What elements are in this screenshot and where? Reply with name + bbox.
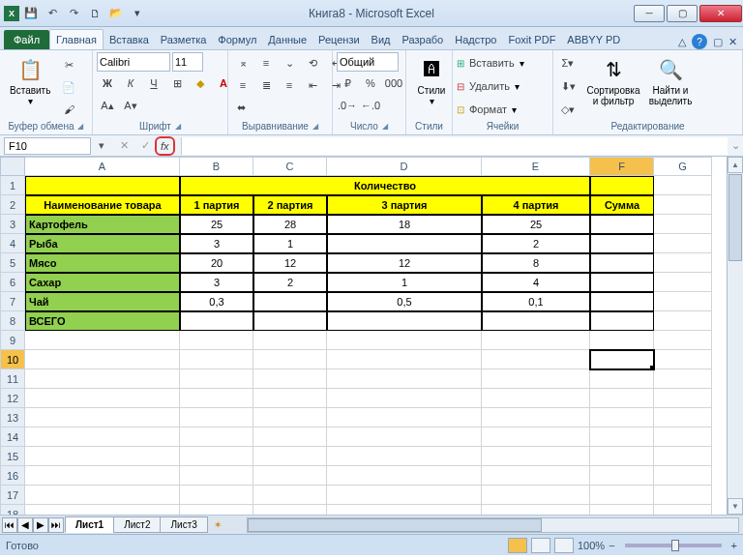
tab-insert[interactable]: Вставка	[104, 30, 155, 49]
alignment-dialog-launcher[interactable]: ◢	[312, 122, 318, 131]
cell[interactable]	[590, 427, 654, 447]
cell[interactable]	[482, 369, 590, 389]
header-quantity[interactable]: Количество	[180, 176, 590, 195]
fill-button[interactable]: ⬇▾	[557, 75, 579, 97]
cell[interactable]	[590, 369, 654, 389]
product-name[interactable]: Чай	[25, 292, 180, 311]
cell-G1[interactable]	[654, 176, 712, 195]
cell[interactable]	[590, 466, 654, 486]
column-header-C[interactable]: C	[253, 157, 327, 176]
normal-view-button[interactable]	[508, 538, 527, 553]
cell[interactable]	[654, 427, 712, 447]
cell[interactable]	[590, 486, 654, 505]
cell[interactable]	[180, 447, 253, 466]
cell-value[interactable]: 12	[253, 253, 327, 273]
cell-value[interactable]: 1	[327, 273, 482, 292]
row-header-10[interactable]: 10	[0, 350, 25, 369]
maximize-button[interactable]: ▢	[667, 5, 698, 22]
active-cell[interactable]	[590, 350, 654, 369]
cell[interactable]	[25, 505, 180, 515]
expand-formula-bar-button[interactable]: ⌄	[728, 139, 743, 152]
cell[interactable]	[25, 427, 180, 447]
cell[interactable]	[482, 447, 590, 466]
cell[interactable]	[25, 447, 180, 466]
zoom-thumb[interactable]	[671, 540, 679, 551]
cell[interactable]	[180, 369, 253, 389]
qat-undo-button[interactable]: ↶	[43, 4, 62, 23]
clipboard-dialog-launcher[interactable]: ◢	[77, 122, 83, 131]
cell[interactable]	[180, 427, 253, 447]
page-break-view-button[interactable]	[554, 538, 574, 553]
copy-button[interactable]: 📄	[58, 76, 79, 98]
italic-button[interactable]: К	[120, 73, 141, 94]
tab-file[interactable]: Файл	[4, 30, 49, 49]
cell-value[interactable]: 0,5	[327, 292, 482, 311]
select-all-corner[interactable]	[0, 157, 25, 176]
cell[interactable]	[25, 331, 180, 350]
cell-G2[interactable]	[654, 195, 712, 215]
comma-button[interactable]: 000	[383, 73, 404, 94]
cell-value[interactable]: 2	[482, 234, 590, 253]
cell[interactable]	[25, 350, 180, 369]
product-name[interactable]: Рыба	[25, 234, 180, 253]
delete-cells-button[interactable]: Удалить	[466, 75, 513, 97]
row-header-13[interactable]: 13	[0, 408, 25, 427]
align-top-button[interactable]: ⌅	[232, 52, 253, 74]
cell-total[interactable]	[482, 311, 590, 331]
cell[interactable]	[482, 350, 590, 369]
cell-value[interactable]	[253, 292, 327, 311]
format-cells-button[interactable]: Формат	[466, 99, 510, 120]
zoom-out-button[interactable]: −	[609, 540, 614, 551]
tab-developer[interactable]: Разрабо	[397, 30, 450, 49]
cell[interactable]	[590, 331, 654, 350]
row-header-3[interactable]: 3	[0, 215, 25, 234]
cell[interactable]	[590, 389, 654, 408]
cell[interactable]	[654, 311, 712, 331]
bold-button[interactable]: Ж	[97, 73, 118, 94]
cell-value[interactable]: 0,1	[482, 292, 590, 311]
cell-value[interactable]: 28	[253, 215, 327, 234]
cell[interactable]	[327, 447, 482, 466]
cell[interactable]	[327, 486, 482, 505]
cell[interactable]	[482, 486, 590, 505]
row-header-2[interactable]: 2	[0, 195, 25, 215]
sheet-tab-2[interactable]: Лист2	[113, 516, 161, 533]
currency-button[interactable]: ₽	[337, 73, 358, 94]
sheet-tab-1[interactable]: Лист1	[65, 516, 114, 533]
cell-value[interactable]: 3	[180, 234, 253, 253]
column-header-G[interactable]: G	[654, 157, 712, 176]
align-center-button[interactable]: ≣	[255, 74, 277, 96]
cell[interactable]	[327, 389, 482, 408]
cell[interactable]	[253, 408, 327, 427]
close-button[interactable]: ✕	[699, 5, 742, 22]
cell[interactable]	[654, 369, 712, 389]
scroll-up-button[interactable]: ▲	[728, 157, 743, 173]
cell[interactable]	[253, 350, 327, 369]
formula-input[interactable]	[181, 137, 728, 155]
scroll-down-button[interactable]: ▼	[728, 498, 743, 515]
row-header-14[interactable]: 14	[0, 427, 25, 447]
cell[interactable]	[654, 486, 712, 505]
close-workbook-icon[interactable]: ✕	[728, 36, 737, 48]
cell-value[interactable]	[327, 234, 482, 253]
cell[interactable]	[654, 234, 712, 253]
cell-value[interactable]: 20	[180, 253, 253, 273]
chevron-down-icon[interactable]: ▾	[515, 81, 520, 92]
header-name[interactable]: Наименование товара	[25, 195, 180, 215]
align-bottom-button[interactable]: ⌄	[279, 52, 300, 74]
merge-button[interactable]: ⬌	[232, 97, 251, 118]
cell-total[interactable]	[327, 311, 482, 331]
chevron-down-icon[interactable]: ▾	[512, 104, 517, 115]
header-batch3[interactable]: 3 партия	[327, 195, 482, 215]
cell[interactable]	[654, 273, 712, 292]
align-middle-button[interactable]: ≡	[255, 52, 277, 74]
help-icon[interactable]: ?	[692, 34, 707, 49]
cell[interactable]	[654, 331, 712, 350]
cell[interactable]	[180, 466, 253, 486]
cell-value[interactable]: 8	[482, 253, 590, 273]
vscroll-thumb[interactable]	[728, 174, 742, 261]
cell[interactable]	[180, 408, 253, 427]
row-header-1[interactable]: 1	[0, 176, 25, 195]
cell[interactable]	[180, 331, 253, 350]
decrease-decimal-button[interactable]: ←.0	[360, 95, 381, 116]
